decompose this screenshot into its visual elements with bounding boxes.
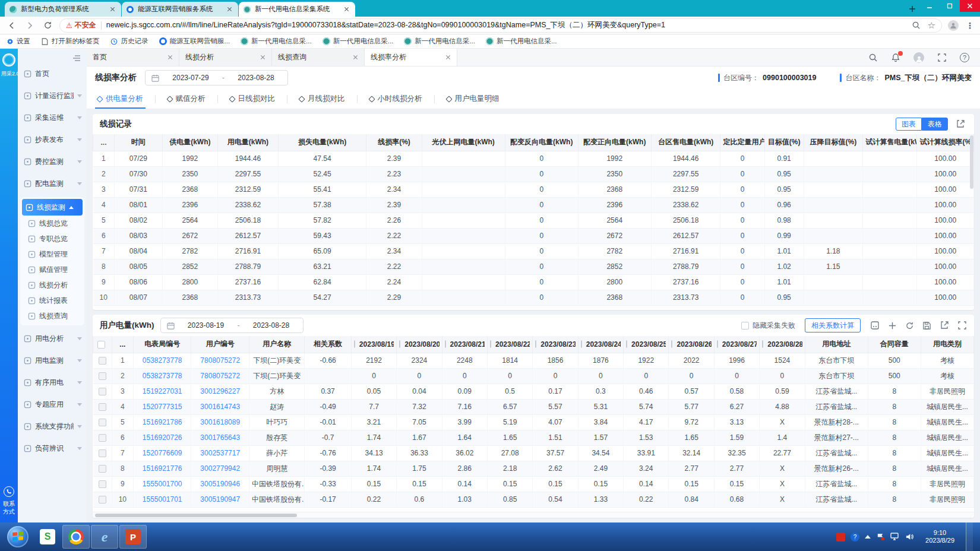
column-header[interactable]: 试计算售电量(kWh) — [863, 134, 917, 151]
meter-no-link[interactable]: 1516921786 — [133, 414, 191, 430]
column-header[interactable]: 用电地址 — [805, 336, 868, 353]
bookmark-item[interactable]: 新一代用电信息采... — [241, 37, 312, 46]
contact-block[interactable]: 联系 方式 — [0, 486, 18, 515]
user-no-link[interactable]: 3001614743 — [191, 399, 249, 414]
sidebar-item-配电监测[interactable]: 配电监测 — [21, 176, 84, 191]
tab-close-button[interactable] — [342, 5, 350, 14]
back-button[interactable] — [6, 20, 18, 31]
taskbar-chrome-button[interactable] — [62, 525, 90, 549]
column-header[interactable]: 用电类别 — [921, 336, 973, 353]
column-header[interactable]: ... — [112, 336, 133, 353]
select-all-checkbox[interactable] — [97, 341, 105, 349]
column-header[interactable]: 用户编号 — [191, 336, 249, 353]
row-checkbox[interactable] — [99, 403, 106, 411]
row-checkbox[interactable] — [99, 496, 106, 504]
add-icon[interactable] — [888, 321, 897, 330]
column-header[interactable]: 相关系数 — [305, 336, 351, 353]
bookmark-item[interactable]: 新一代用电信息采... — [404, 37, 475, 46]
table-row[interactable]: 408/0123962338.6257.382.39023962338.6200… — [93, 197, 974, 213]
bookmark-item[interactable]: 历史记录 — [110, 37, 148, 46]
table-row[interactable]: 105382737787808075272下坝(二)环美变-0.66219223… — [93, 353, 974, 368]
table-row[interactable]: 1008/0723682313.7354.272.29023682313.730… — [93, 290, 974, 305]
user-energy-date-picker[interactable]: 2023-08-19 - 2023-08-28 — [160, 318, 304, 333]
security-warning[interactable]: ⚠ 不安全 — [66, 20, 96, 30]
meter-no-link[interactable]: 1520776609 — [133, 445, 191, 461]
table-row[interactable]: 615169207263001765643殷存英-0.71.741.671.64… — [93, 430, 974, 445]
column-header[interactable]: 时间 — [115, 134, 163, 151]
column-header[interactable]: 损失电量(kWh) — [278, 134, 366, 151]
scrollbar-thumb[interactable] — [95, 514, 297, 517]
column-header[interactable]: 2023/08/25 — [624, 336, 669, 353]
column-header[interactable]: 2023/08/23 — [533, 336, 578, 353]
column-header[interactable]: 2023/08/22 — [487, 336, 532, 353]
browser-tab[interactable]: 新型电力负荷管理系统 — [5, 2, 121, 17]
column-header[interactable]: 线损率(%) — [366, 134, 422, 151]
sidebar-item-专题应用[interactable]: 专题应用 — [21, 397, 84, 411]
column-header[interactable]: 压降目标值(%) — [804, 134, 863, 151]
sidebar-item-费控监测[interactable]: 费控监测 — [21, 154, 84, 169]
table-row[interactable]: 708/0427822716.9165.092.34027822716.9101… — [93, 243, 974, 259]
column-header[interactable]: 电表局编号 — [133, 336, 191, 353]
row-checkbox[interactable] — [99, 388, 106, 395]
table-row[interactable]: 908/0628002737.1662.842.24028002737.1601… — [93, 274, 974, 290]
forward-button[interactable] — [24, 20, 36, 31]
column-header[interactable]: 台区售电量(kWh) — [651, 134, 720, 151]
row-checkbox[interactable] — [99, 465, 106, 473]
date-column-checkbox[interactable] — [717, 340, 718, 348]
close-button[interactable] — [960, 0, 980, 12]
user-no-link[interactable]: 7808075272 — [191, 368, 249, 384]
user-no-link[interactable]: 3005190946 — [191, 476, 249, 492]
table-row[interactable]: 815169217763002779942周明慧-0.391.741.752.8… — [93, 461, 974, 476]
sidebar-item-用电监测[interactable]: 用电监测 — [21, 353, 84, 368]
date-range-picker[interactable]: 2023-07-29 - 2023-08-28 — [145, 70, 288, 86]
tray-help-icon[interactable]: ? — [851, 533, 859, 542]
tab-close-button[interactable] — [108, 5, 116, 14]
sidebar-collapse-button[interactable] — [21, 52, 84, 66]
date-column-checkbox[interactable] — [581, 340, 582, 348]
sidebar-subitem-模型管理[interactable]: 模型管理 — [22, 246, 83, 262]
sidebar-subitem-线损查询[interactable]: 线损查询 — [22, 308, 83, 324]
table-row[interactable]: 808/0528522788.7963.212.22028522788.7901… — [93, 259, 974, 274]
sidebar-item-抄表发布[interactable]: 抄表发布 — [21, 132, 84, 147]
notifications-button[interactable] — [891, 53, 900, 62]
date-column-checkbox[interactable] — [399, 340, 400, 348]
column-header[interactable]: 合同容量 — [868, 336, 921, 353]
date-column-checkbox[interactable] — [354, 340, 355, 348]
new-tab-button[interactable] — [905, 2, 919, 16]
date-column-checkbox[interactable] — [535, 340, 536, 348]
tab-close-button[interactable] — [260, 55, 265, 60]
user-avatar[interactable] — [913, 52, 924, 63]
table-view-button[interactable]: 表格 — [922, 118, 948, 131]
date-column-checkbox[interactable] — [490, 340, 491, 348]
page-tab-首页[interactable]: 首页 — [87, 49, 179, 66]
subtab-赋值分析[interactable]: 赋值分析 — [165, 89, 208, 109]
page-tab-线损分析[interactable]: 线损分析 — [179, 49, 272, 66]
sidebar-item-负荷辨识[interactable]: 负荷辨识 — [21, 441, 84, 455]
date-start[interactable]: 2023-07-29 — [165, 74, 216, 82]
sidebar-subitem-线损分析[interactable]: 线损分析 — [22, 277, 83, 293]
maximize-button[interactable] — [940, 0, 960, 12]
meter-no-link[interactable]: 1516920726 — [133, 430, 191, 445]
user-no-link[interactable]: 3001296227 — [191, 384, 249, 399]
search-icon[interactable] — [868, 53, 878, 62]
user-no-link[interactable]: 3002779942 — [191, 461, 249, 476]
save-icon[interactable] — [922, 321, 931, 330]
date-start[interactable]: 2023-08-19 — [181, 321, 232, 330]
bookmark-item[interactable]: 打开新的标签页 — [41, 37, 100, 46]
date-column-checkbox[interactable] — [626, 340, 627, 348]
taskbar-powerpoint-button[interactable]: P — [119, 525, 147, 549]
subtab-用户电量明细[interactable]: 用户电量明细 — [444, 89, 502, 109]
bookmark-item[interactable]: 新一代用电信息采... — [486, 37, 557, 46]
table-row[interactable]: 608/0326722612.5759.432.22026722612.5700… — [93, 228, 974, 243]
column-header[interactable]: 配变反向电量(kWh) — [505, 134, 578, 151]
table-row[interactable]: 1015550017013005190947中国铁塔股份有...-0.170.2… — [93, 492, 974, 507]
show-desktop-button[interactable] — [966, 522, 973, 551]
row-checkbox[interactable] — [99, 449, 106, 457]
action-center-flag-icon[interactable] — [876, 533, 885, 542]
meter-no-link[interactable]: 1516921776 — [133, 461, 191, 476]
tab-close-button[interactable] — [445, 55, 451, 60]
correlation-calc-button[interactable]: 相关系数计算 — [805, 318, 861, 332]
url-field[interactable]: ⚠ 不安全 neweic.js.sgcc.com.cn/#/llm/line/L… — [59, 18, 942, 33]
date-column-checkbox[interactable] — [445, 340, 446, 348]
column-header[interactable]: 光伏上网电量(kWh) — [422, 134, 505, 151]
